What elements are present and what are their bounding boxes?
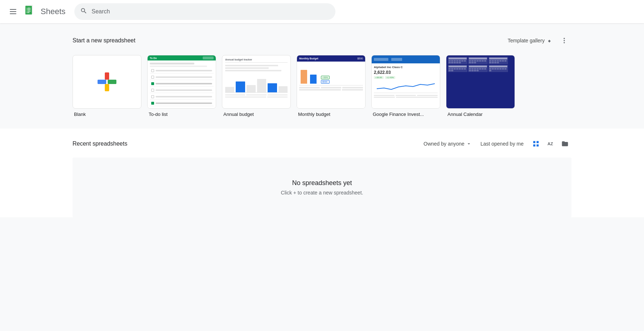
svg-point-11 [564,40,565,41]
grid-view-button[interactable] [529,137,542,150]
svg-point-10 [564,38,565,39]
template-monthly-budget[interactable]: Monthly Budget $500 +50% $500 [297,55,366,117]
owned-by-label: Owned by anyone [424,141,465,147]
template-label-annual-calendar: Annual Calendar [446,112,515,117]
template-blank[interactable]: Blank [73,55,141,117]
more-options-button[interactable] [557,33,571,48]
template-gallery-button[interactable]: Template gallery [505,35,556,46]
svg-rect-2 [10,13,16,14]
empty-state-title: No spreadsheets yet [292,179,352,187]
start-section-title: Start a new spreadsheet [73,37,135,44]
svg-rect-16 [105,84,109,91]
section-header: Start a new spreadsheet Template gallery [73,33,571,48]
dropdown-arrow-icon [466,141,472,147]
app-logo[interactable]: Sheets [23,4,66,19]
search-icon [80,7,87,16]
template-label-monthly-budget: Monthly budget [297,112,366,117]
template-label-blank: Blank [73,112,141,117]
template-thumb-annual-budget[interactable]: Annual budget tracker [222,55,291,109]
template-thumb-annual-calendar[interactable] [446,55,515,109]
svg-rect-9 [29,7,29,13]
view-icons: AZ [529,137,571,150]
template-label-annual-budget: Annual budget [222,112,291,117]
main-content: Start a new spreadsheet Template gallery [0,23,644,217]
template-thumb-blank[interactable] [73,55,141,109]
svg-rect-0 [10,9,16,10]
start-section: Start a new spreadsheet Template gallery [0,23,644,126]
sort-az-button[interactable]: AZ [544,137,557,150]
svg-text:AZ: AZ [548,141,553,146]
owned-by-filter-button[interactable]: Owned by anyone [421,139,475,149]
recent-header: Recent spreadsheets Owned by anyone Last… [73,137,571,150]
empty-state: No spreadsheets yet Click + to create a … [73,158,571,217]
sort-az-icon: AZ [547,140,554,147]
menu-icon[interactable] [6,4,20,19]
template-thumb-todo[interactable]: To Do [147,55,216,109]
folder-view-button[interactable] [558,137,571,150]
template-todo[interactable]: To Do [147,55,216,117]
template-annual-calendar[interactable]: Annual Calendar [446,55,515,117]
search-bar [74,3,335,20]
svg-point-12 [564,42,565,43]
recent-section-title: Recent spreadsheets [73,141,415,147]
template-thumb-google-finance[interactable]: Alphabet Inc Class C 2,622.03 +36.85 +1.… [371,55,440,109]
svg-rect-13 [98,80,106,84]
template-google-finance[interactable]: Alphabet Inc Class C 2,622.03 +36.85 +1.… [371,55,440,117]
search-input[interactable] [92,8,330,15]
template-label-todo: To-do list [147,112,216,117]
template-label-google-finance: Google Finance Invest... [371,112,440,117]
svg-rect-14 [108,80,116,84]
template-gallery-label: Template gallery [508,38,545,43]
folder-icon [561,140,569,147]
more-vert-icon [561,37,568,44]
svg-rect-1 [10,11,16,12]
empty-state-subtitle: Click + to create a new spreadsheet. [281,190,363,196]
templates-row: Blank To Do [73,55,571,117]
sort-label: Last opened by me [480,141,524,147]
app-header: Sheets [0,0,644,23]
plus-icon [96,71,118,93]
chevron-updown-icon [546,37,553,44]
app-title: Sheets [41,7,66,16]
template-annual-budget[interactable]: Annual budget tracker [222,55,291,117]
svg-rect-15 [105,72,109,80]
template-thumb-monthly-budget[interactable]: Monthly Budget $500 +50% $500 [297,55,366,109]
grid-icon [532,140,540,147]
